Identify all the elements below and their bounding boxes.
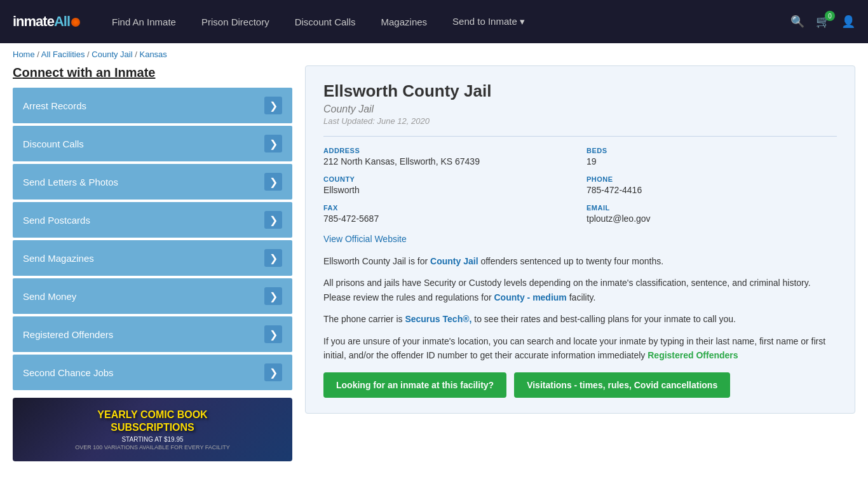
nav-find-inmate[interactable]: Find An Inmate [99,1,189,43]
cart-badge: 0 [825,11,835,21]
sidebar-item-label: Registered Offenders [23,329,113,340]
page-container: Connect with an Inmate Arrest Records ❯ … [0,65,868,474]
arrow-icon: ❯ [264,363,282,381]
sidebar-item-discount-calls[interactable]: Discount Calls ❯ [13,126,292,161]
logo[interactable]: inmateAll [13,13,80,30]
cart-wrapper[interactable]: 🛒 0 [816,15,830,29]
breadcrumb-home[interactable]: Home [13,50,35,59]
phone-label: PHONE [587,175,837,183]
nav-prison-directory[interactable]: Prison Directory [189,1,282,43]
county-value: Ellsworth [323,185,574,195]
securus-link[interactable]: Securus Tech®, [405,314,471,324]
breadcrumb-county-jail[interactable]: County Jail [92,50,132,59]
arrow-icon: ❯ [264,287,282,305]
fax-label: FAX [323,204,574,212]
fax-block: FAX 785-472-5687 [323,204,574,224]
sidebar-item-arrest-records[interactable]: Arrest Records ❯ [13,88,292,123]
nav-send-to-inmate[interactable]: Send to Inmate ▾ [440,1,538,43]
logo-inmate-text: inmate [13,13,54,29]
arrow-icon: ❯ [264,211,282,229]
ad-small-text: OVER 100 VARIATIONS AVAILABLE FOR EVERY … [75,444,230,451]
user-icon[interactable]: 👤 [841,15,855,29]
arrow-icon: ❯ [264,135,282,152]
county-medium-link[interactable]: County - medium [494,292,566,302]
breadcrumb: Home / All Facilities / County Jail / Ka… [0,43,868,65]
facility-type: County Jail [323,104,837,115]
address-label: ADDRESS [323,147,574,154]
sidebar: Connect with an Inmate Arrest Records ❯ … [13,65,292,461]
arrow-icon: ❯ [264,249,282,267]
search-icon[interactable]: 🔍 [790,15,804,29]
visitation-button[interactable]: Visitations - times, rules, Covid cancel… [514,372,730,398]
sidebar-item-label: Discount Calls [23,139,84,149]
sidebar-title: Connect with an Inmate [13,65,292,80]
registered-offenders-link[interactable]: Registered Offenders [648,350,738,360]
arrow-icon: ❯ [264,325,282,343]
main-content: Ellsworth County Jail County Jail Last U… [305,65,855,461]
facility-card: Ellsworth County Jail County Jail Last U… [305,65,855,414]
address-value: 212 North Kansas, Ellsworth, KS 67439 [323,156,574,166]
beds-value: 19 [587,156,837,166]
sidebar-item-label: Send Postcards [23,215,90,226]
sidebar-item-label: Send Money [23,291,76,302]
facility-name: Ellsworth County Jail [323,81,837,101]
sidebar-item-label: Send Magazines [23,253,94,264]
nav-discount-calls[interactable]: Discount Calls [282,1,369,43]
desc-paragraph-4: If you are unsure of your inmate's locat… [323,334,837,363]
sidebar-item-label: Send Letters & Photos [23,177,118,187]
email-value: tploutz@leo.gov [587,214,837,224]
ad-title: YEARLY COMIC BOOKSUBSCRIPTIONS [97,409,207,433]
fax-value: 785-472-5687 [323,214,574,224]
sidebar-item-send-magazines[interactable]: Send Magazines ❯ [13,240,292,276]
phone-block: PHONE 785-472-4416 [587,175,837,195]
arrow-icon: ❯ [264,173,282,191]
sidebar-item-send-money[interactable]: Send Money ❯ [13,278,292,314]
phone-value: 785-472-4416 [587,185,837,195]
breadcrumb-state[interactable]: Kansas [139,50,166,59]
sidebar-item-registered-offenders[interactable]: Registered Offenders ❯ [13,316,292,352]
desc-paragraph-1: Ellsworth County Jail is for County Jail… [323,254,837,268]
facility-info-grid: ADDRESS 212 North Kansas, Ellsworth, KS … [323,136,837,224]
sidebar-item-send-postcards[interactable]: Send Postcards ❯ [13,202,292,238]
sidebar-item-label: Arrest Records [23,100,86,111]
county-jail-link[interactable]: County Jail [430,256,478,266]
navigation: inmateAll Find An Inmate Prison Director… [0,0,868,43]
logo-dot-icon [71,18,80,27]
sidebar-item-send-letters[interactable]: Send Letters & Photos ❯ [13,164,292,200]
ad-subtitle: STARTING AT $19.95 [121,436,183,443]
facility-last-updated: Last Updated: June 12, 2020 [323,116,837,126]
email-block: EMAIL tploutz@leo.gov [587,204,837,224]
beds-block: BEDS 19 [587,147,837,166]
ad-banner[interactable]: YEARLY COMIC BOOKSUBSCRIPTIONS STARTING … [13,398,292,461]
beds-label: BEDS [587,147,837,154]
arrow-icon: ❯ [264,97,282,114]
find-inmate-button[interactable]: Looking for an inmate at this facility? [323,372,506,398]
address-block: ADDRESS 212 North Kansas, Ellsworth, KS … [323,147,574,166]
nav-links: Find An Inmate Prison Directory Discount… [99,1,790,43]
official-website-link[interactable]: View Official Website [323,234,407,244]
sidebar-item-label: Second Chance Jobs [23,367,114,378]
nav-magazines[interactable]: Magazines [369,1,440,43]
desc-paragraph-3: The phone carrier is Securus Tech®, to s… [323,312,837,326]
county-block: COUNTY Ellsworth [323,175,574,195]
desc-paragraph-2: All prisons and jails have Security or C… [323,276,837,304]
sidebar-item-second-chance-jobs[interactable]: Second Chance Jobs ❯ [13,355,292,390]
description-section: Ellsworth County Jail is for County Jail… [323,254,837,362]
breadcrumb-all-facilities[interactable]: All Facilities [41,50,85,59]
email-label: EMAIL [587,204,837,212]
action-buttons: Looking for an inmate at this facility? … [323,372,837,398]
county-label: COUNTY [323,175,574,183]
sidebar-menu: Arrest Records ❯ Discount Calls ❯ Send L… [13,88,292,390]
nav-right: 🔍 🛒 0 👤 [790,15,855,29]
logo-all-text: All [54,13,70,29]
